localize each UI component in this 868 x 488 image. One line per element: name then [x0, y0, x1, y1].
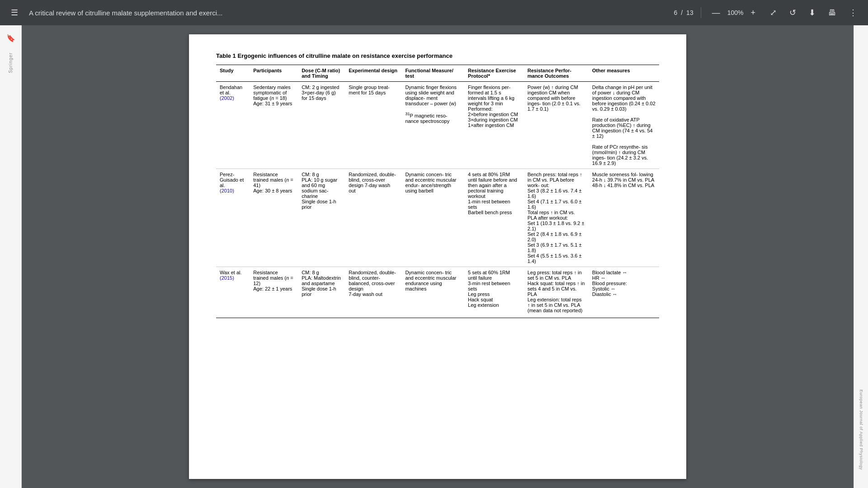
- more-options-button[interactable]: ⋮: [845, 6, 861, 19]
- col-design: Experimental design: [345, 65, 401, 82]
- table-row: Perez-Guisado et al. (2010) Resistance t…: [216, 169, 659, 267]
- right-sidebar: European Journal of Applied Physiology: [854, 25, 868, 488]
- menu-button[interactable]: ☰: [7, 6, 22, 19]
- content-area: 🔖 Springer Table 1 Ergogenic influences …: [0, 25, 868, 488]
- fit-page-button[interactable]: ⤢: [766, 6, 780, 19]
- cell-study-1: Bendahan et al. (2002): [216, 82, 250, 169]
- cell-functional-1: Dynamic finger flexions using slide weig…: [401, 82, 464, 169]
- divider-1: [701, 7, 701, 18]
- cell-performance-1: Power (w) ↑ during CM ingestion CM when …: [524, 82, 589, 169]
- page-separator: /: [681, 9, 683, 16]
- cell-performance-2: Bench press: total reps ↑ in CM vs. PLA …: [524, 169, 589, 267]
- table-footer: [216, 318, 659, 320]
- col-protocol: Resistance Exercise Protocol*: [464, 65, 524, 82]
- cell-study-3: Wax et al. (2015): [216, 267, 250, 316]
- zoom-controls: — 100% +: [708, 6, 759, 19]
- table-row: Bendahan et al. (2002) Sedentary males s…: [216, 82, 659, 169]
- cell-participants-3: Resistance trained males (n = 12) Age: 2…: [250, 267, 298, 316]
- cell-functional-2: Dynamic concen- tric and eccentric muscu…: [401, 169, 464, 267]
- cell-dose-3: CM: 8 g PLA: Maltodextrin and aspartame …: [298, 267, 345, 316]
- cell-participants-1: Sedentary males symptomatic of fatigue (…: [250, 82, 298, 169]
- main-table: Study Participants Dose (C-M ratio) and …: [216, 65, 659, 316]
- bookmark-icon[interactable]: 🔖: [4, 31, 18, 45]
- cell-other-3: Blood lactate ↔ HR ↔ Blood pressure: Sys…: [589, 267, 659, 316]
- cell-protocol-1: Finger flexions per- formed at 1.5 s int…: [464, 82, 524, 169]
- toolbar-right: ⤢ ↺ ⬇ 🖶 ⋮: [766, 6, 861, 19]
- cell-protocol-3: 5 sets at 60% 1RM until failure 3-min re…: [464, 267, 524, 316]
- table-row: Wax et al. (2015) Resistance trained mal…: [216, 267, 659, 316]
- document-title: A critical review of citrulline malate s…: [29, 9, 666, 17]
- col-study: Study: [216, 65, 250, 82]
- col-performance: Resistance Perfor- mance Outcomes: [524, 65, 589, 82]
- cell-design-1: Single group treat- ment for 15 days: [345, 82, 401, 169]
- cell-dose-1: CM: 2 g ingested 3×per-day (6 g) for 15 …: [298, 82, 345, 169]
- journal-name: European Journal of Applied Physiology: [859, 389, 863, 470]
- springer-label: Springer: [8, 52, 13, 73]
- zoom-in-button[interactable]: +: [747, 6, 759, 19]
- page-navigation: 6 / 13: [674, 9, 693, 16]
- toolbar: ☰ A critical review of citrulline malate…: [0, 0, 868, 25]
- study-link-3[interactable]: (2015): [220, 275, 234, 281]
- study-link-2[interactable]: (2010): [220, 188, 234, 193]
- download-button[interactable]: ⬇: [805, 6, 819, 19]
- cell-design-3: Randomized, double- blind, counter- bala…: [345, 267, 401, 316]
- col-participants: Participants: [250, 65, 298, 82]
- cell-protocol-2: 4 sets at 80% 1RM until failure before a…: [464, 169, 524, 267]
- cell-dose-2: CM: 8 g PLA: 10 g sugar and 60 mg sodium…: [298, 169, 345, 267]
- col-dose: Dose (C-M ratio) and Timing: [298, 65, 345, 82]
- zoom-out-button[interactable]: —: [708, 6, 724, 19]
- page-current: 6: [674, 9, 677, 16]
- print-button[interactable]: 🖶: [825, 6, 840, 19]
- zoom-level: 100%: [727, 9, 744, 16]
- table-number: Table 1: [216, 52, 236, 59]
- history-button[interactable]: ↺: [786, 6, 800, 19]
- cell-functional-3: Dynamic concen- tric and eccentric muscu…: [401, 267, 464, 316]
- cell-other-2: Muscle soreness fol- lowing 24-h ↓ 39.7%…: [589, 169, 659, 267]
- page-total: 13: [686, 9, 693, 16]
- col-functional: Functional Measure/ test: [401, 65, 464, 82]
- cell-participants-2: Resistance trained males (n = 41) Age: 3…: [250, 169, 298, 267]
- cell-design-2: Randomized, double- blind, cross-over de…: [345, 169, 401, 267]
- study-link-1[interactable]: (2002): [220, 95, 234, 101]
- cell-other-1: Delta change in pH per unit of power ↓ d…: [589, 82, 659, 169]
- document-viewer[interactable]: Table 1 Ergogenic influences of citrulli…: [22, 25, 854, 488]
- table-title: Table 1 Ergogenic influences of citrulli…: [216, 52, 659, 59]
- table-header-row: Study Participants Dose (C-M ratio) and …: [216, 65, 659, 82]
- document-page: Table 1 Ergogenic influences of citrulli…: [189, 34, 686, 479]
- table-description: Ergogenic influences of citrulline malat…: [237, 52, 452, 59]
- col-other: Other measures: [589, 65, 659, 82]
- left-sidebar: 🔖 Springer: [0, 25, 22, 488]
- cell-study-2: Perez-Guisado et al. (2010): [216, 169, 250, 267]
- cell-performance-3: Leg press: total reps ↑ in set 5 in CM v…: [524, 267, 589, 316]
